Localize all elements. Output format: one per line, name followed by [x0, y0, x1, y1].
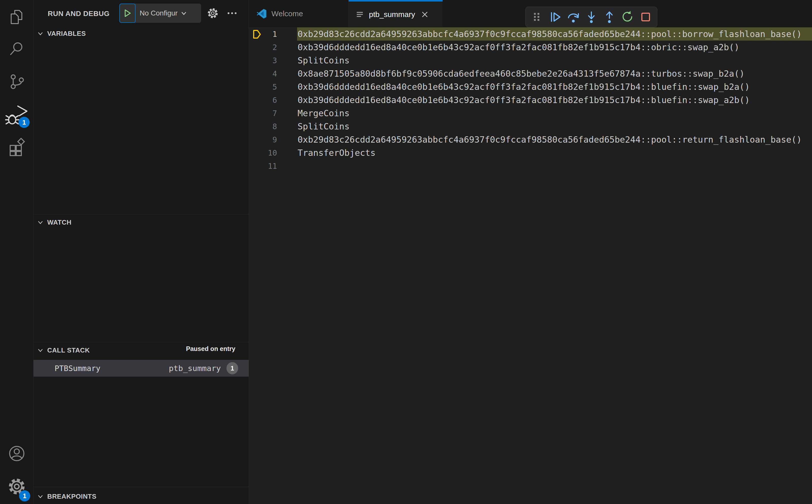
line-number[interactable]: 2 — [249, 43, 277, 52]
section-label: VARIABLES — [47, 30, 86, 38]
code-editor[interactable]: 1 0xb29d83c26cdd2a64959263abbcfc4a6937f0… — [249, 27, 812, 504]
config-dropdown-label: No Configur — [140, 9, 177, 17]
code-line[interactable]: 9 0xb29d83c26cdd2a64959263abbcfc4a6937f0… — [249, 133, 812, 146]
tab-label: ptb_summary — [369, 10, 415, 19]
line-number[interactable]: 8 — [249, 122, 277, 131]
code-line[interactable]: 6 0xb39d6dddedd16ed8a40ce0b1e6b43c92acf0… — [249, 93, 812, 107]
ellipsis-icon — [226, 7, 238, 19]
section-label: WATCH — [47, 219, 71, 226]
code-line-text: 0xb39d6dddedd16ed8a40ce0b1e6b43c92acf0ff… — [297, 82, 750, 92]
panel-header: RUN AND DEBUG No Configur — [34, 0, 248, 27]
sidebar-item-run-and-debug[interactable]: 1 — [0, 101, 33, 129]
settings-badge: 1 — [19, 490, 30, 501]
code-line[interactable]: 8 SplitCoins — [249, 120, 812, 133]
code-line-text: 0xb39d6dddedd16ed8a40ce0b1e6b43c92acf0ff… — [297, 42, 739, 52]
continue-icon — [549, 11, 561, 23]
code-line[interactable]: 7 MergeCoins — [249, 107, 812, 120]
code-line-text: MergeCoins — [297, 108, 349, 118]
call-stack-frame-row[interactable]: PTBSummary ptb_summary 1 — [34, 360, 249, 377]
step-into-button[interactable] — [583, 8, 600, 26]
stop-icon — [639, 11, 652, 23]
code-line-text: 0xb39d6dddedd16ed8a40ce0b1e6b43c92acf0ff… — [297, 95, 750, 105]
settings-button[interactable]: 1 — [0, 473, 33, 500]
line-number[interactable]: 10 — [249, 148, 277, 157]
line-number[interactable]: 6 — [249, 96, 277, 105]
activity-bar: 1 1 — [0, 0, 34, 504]
code-line[interactable]: 3 SplitCoins — [249, 54, 812, 67]
tab-close-button[interactable] — [420, 9, 430, 20]
files-icon — [8, 8, 25, 26]
stop-button[interactable] — [637, 8, 655, 26]
line-number[interactable]: 11 — [249, 162, 277, 171]
section-breakpoints[interactable]: BREAKPOINTS — [34, 489, 248, 503]
section-divider — [34, 342, 249, 342]
chevron-down-icon — [37, 219, 44, 226]
run-and-debug-panel: RUN AND DEBUG No Configur — [34, 0, 249, 504]
chevron-down-icon — [37, 347, 44, 354]
step-into-icon — [585, 11, 598, 23]
line-number[interactable]: 9 — [249, 135, 277, 144]
code-line-text: SplitCoins — [297, 55, 349, 65]
sidebar-item-explorer[interactable] — [0, 3, 33, 31]
views-more-actions-button[interactable] — [224, 6, 240, 21]
start-debug-button[interactable] — [119, 4, 136, 23]
code-line[interactable]: 10 TransferObjects — [249, 146, 812, 159]
debug-badge: 1 — [19, 117, 30, 128]
debug-settings-button[interactable] — [205, 6, 220, 21]
sidebar-item-source-control[interactable] — [0, 68, 33, 96]
chevron-down-icon — [37, 30, 44, 37]
code-line[interactable]: 5 0xb39d6dddedd16ed8a40ce0b1e6b43c92acf0… — [249, 80, 812, 93]
restart-button[interactable] — [619, 8, 637, 26]
code-line-text: SplitCoins — [297, 121, 349, 131]
section-divider — [34, 214, 249, 214]
source-control-icon — [8, 73, 25, 91]
section-label: BREAKPOINTS — [47, 493, 96, 500]
extensions-icon — [8, 138, 26, 156]
tab-label: Welcome — [271, 9, 303, 18]
code-line[interactable]: 2 0xb39d6dddedd16ed8a40ce0b1e6b43c92acf0… — [249, 41, 812, 54]
step-out-button[interactable] — [601, 8, 618, 26]
editor-group: Welcome ptb_summary — [249, 0, 812, 504]
code-line[interactable]: 1 0xb29d83c26cdd2a64959263abbcfc4a6937f0… — [249, 27, 812, 41]
frame-name: PTBSummary — [55, 364, 101, 373]
code-line-text: 0x8ae871505a80d8bf6bf9c05906cda6edfeea46… — [297, 69, 744, 79]
vscode-logo-icon — [256, 8, 267, 19]
account-icon — [8, 444, 26, 463]
sidebar-item-extensions[interactable] — [0, 133, 33, 161]
panel-title: RUN AND DEBUG — [48, 0, 109, 27]
frame-badge: 1 — [226, 362, 238, 374]
section-label: CALL STACK — [47, 346, 90, 354]
restart-icon — [621, 11, 634, 23]
code-line-text: 0xb29d83c26cdd2a64959263abbcfc4a6937f0c9… — [297, 135, 802, 145]
gear-icon — [207, 7, 219, 19]
toolbar-drag-handle[interactable] — [528, 8, 546, 26]
line-number[interactable]: 5 — [249, 82, 277, 91]
debug-toolbar — [525, 7, 657, 27]
code-line-text: TransferObjects — [297, 148, 375, 158]
code-line[interactable]: 11 — [249, 159, 812, 173]
list-file-icon — [356, 10, 364, 19]
chevron-down-icon — [37, 493, 44, 500]
close-icon — [421, 11, 429, 18]
step-over-icon — [567, 11, 580, 23]
line-number[interactable]: 7 — [249, 109, 277, 118]
gripper-icon — [532, 11, 543, 23]
debug-config-dropdown[interactable]: No Configur — [119, 4, 201, 23]
line-number[interactable]: 4 — [249, 69, 277, 78]
section-variables[interactable]: VARIABLES — [34, 26, 248, 41]
pause-reason-text: Paused on entry — [186, 345, 236, 352]
play-icon — [123, 9, 132, 18]
continue-button[interactable] — [546, 8, 564, 26]
account-button[interactable] — [0, 440, 33, 467]
step-over-button[interactable] — [565, 8, 582, 26]
code-line[interactable]: 4 0x8ae871505a80d8bf6bf9c05906cda6edfeea… — [249, 67, 812, 80]
step-out-icon — [603, 11, 616, 23]
search-icon — [8, 40, 25, 58]
sidebar-item-search[interactable] — [0, 35, 33, 63]
line-number[interactable]: 3 — [249, 56, 277, 65]
line-number[interactable]: 1 — [249, 30, 277, 39]
tab-welcome[interactable]: Welcome — [249, 0, 348, 27]
section-watch[interactable]: WATCH — [34, 215, 248, 229]
tab-ptb-summary[interactable]: ptb_summary — [348, 0, 443, 27]
frame-file: ptb_summary — [169, 364, 221, 373]
